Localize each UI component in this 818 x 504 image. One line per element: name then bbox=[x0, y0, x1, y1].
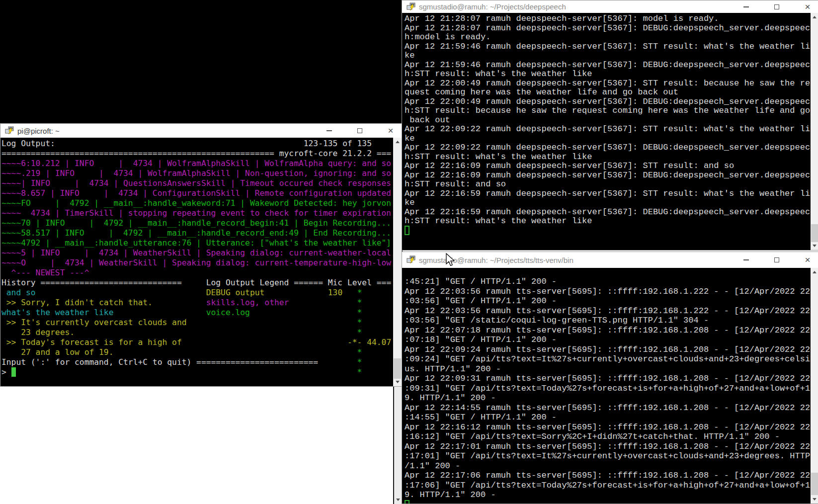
terminal-line: :17:01] "GET /api/tts?text=It%27s+curren… bbox=[405, 451, 811, 461]
terminal-line: 9. HTTP/1.1" 200 - bbox=[405, 393, 811, 403]
terminal-line: Apr 12 22:16:59 ramuh deepspeech-server[… bbox=[405, 189, 811, 199]
desktop: { "windows": { "picroft": { "title": "pi… bbox=[0, 0, 818, 504]
minimize-button[interactable] bbox=[742, 3, 750, 11]
terminal-line: /1.1" 200 - bbox=[405, 461, 811, 471]
terminal-line: :14:55] "GET / HTTP/1.1" 200 - bbox=[405, 413, 811, 422]
terminal-line: Apr 12 21:28:07 ramuh deepspeech-server[… bbox=[405, 14, 811, 24]
terminal-line: Apr 12 22:09:24 ramuh tts-server[5695]: … bbox=[405, 345, 811, 355]
titlebar-picroft[interactable]: pi@picroft: ~ × bbox=[0, 124, 402, 138]
terminal-line: Apr 12 22:09:22 ramuh deepspeech-server[… bbox=[405, 143, 811, 153]
putty-icon bbox=[5, 126, 14, 135]
terminal-content-deepspeech[interactable]: Apr 12 21:28:07 ramuh deepspeech-server[… bbox=[402, 13, 811, 250]
putty-window-tts: sgmustadio@ramuh: ~/Projects/tts/tts-ven… bbox=[402, 252, 818, 504]
terminal-line: :16:12] "GET /api/tts?text=Sorry%2C+I+di… bbox=[405, 432, 811, 442]
scroll-down-icon[interactable] bbox=[811, 242, 818, 250]
terminal-line: >> Today's forecast is for a high of -*-… bbox=[1, 337, 393, 347]
terminal-line: Apr 12 22:03:56 ramuh tts-server[5695]: … bbox=[405, 287, 811, 297]
terminal-line: ~~~~70 | INFO | 4792 | __main__:handle_r… bbox=[1, 218, 393, 228]
scroll-up-icon[interactable] bbox=[811, 13, 818, 21]
terminal-line: History ============================= Lo… bbox=[1, 278, 393, 288]
terminal-line: Apr 12 22:16:09 ramuh deepspeech-server[… bbox=[405, 171, 811, 180]
terminal-line: > * bbox=[1, 367, 393, 377]
terminal-line: ~~~~58.517 | INFO | 4792 | __main__:hand… bbox=[1, 228, 393, 238]
putty-window-picroft: pi@picroft: ~ × Log Output: 123-135 of 1… bbox=[0, 123, 402, 387]
terminal-line: ~~~~FO | 4792 | __main__:handle_wakeword… bbox=[1, 198, 393, 208]
window-title: pi@picroft: ~ bbox=[17, 127, 60, 135]
scroll-down-icon[interactable] bbox=[393, 378, 402, 386]
terminal-line: back out bbox=[405, 116, 811, 125]
terminal-content-tts[interactable]: :45:21] "GET / HTTP/1.1" 200 -Apr 12 22:… bbox=[402, 268, 811, 504]
background-window-scrollbar-sliver bbox=[393, 387, 402, 504]
maximize-button[interactable] bbox=[356, 127, 364, 135]
titlebar-deepspeech[interactable]: sgmustadio@ramuh: ~/Projects/deepspeech … bbox=[402, 0, 818, 13]
terminal-line: h:STT result: because he saw the request… bbox=[405, 106, 811, 116]
terminal-line: ke bbox=[405, 51, 811, 61]
terminal-line: 23 degrees. * bbox=[1, 328, 393, 337]
terminal-line: ~~~~8.657 | INFO | 4734 | ConfigurationS… bbox=[1, 188, 393, 198]
terminal-line: us. HTTP/1.1" 200 - bbox=[405, 364, 811, 374]
terminal-line: Apr 12 22:00:49 ramuh deepspeech-server[… bbox=[405, 79, 811, 88]
terminal-line: Apr 12 22:09:22 ramuh deepspeech-server[… bbox=[405, 125, 811, 134]
terminal-line bbox=[405, 226, 811, 236]
maximize-button[interactable] bbox=[773, 256, 781, 264]
scrollbar-picroft[interactable] bbox=[393, 138, 402, 386]
scrollbar-deepspeech[interactable] bbox=[811, 13, 818, 250]
scroll-up-icon[interactable] bbox=[811, 268, 818, 276]
terminal-line: ^--- NEWEST ---^ bbox=[1, 268, 393, 278]
terminal-line: :45:21] "GET / HTTP/1.1" 200 - bbox=[405, 277, 811, 287]
terminal-line: Apr 12 22:17:01 ramuh tts-server[5695]: … bbox=[405, 442, 811, 452]
terminal-line: ke bbox=[405, 198, 811, 208]
close-button[interactable]: × bbox=[387, 127, 395, 135]
terminal-line: what's the weather like voice.log * bbox=[1, 308, 393, 318]
terminal-line: ~~~~6:10.212 | INFO | 4734 | WolframAlph… bbox=[1, 159, 393, 168]
maximize-button[interactable] bbox=[773, 3, 781, 11]
scrollbar-thumb[interactable] bbox=[394, 358, 401, 379]
terminal-line: h:STT result: what's the weather like bbox=[405, 217, 811, 226]
terminal-line: Apr 12 22:07:18 ramuh tts-server[5695]: … bbox=[405, 326, 811, 336]
terminal-line: quest coming here was the weather life a… bbox=[405, 88, 811, 97]
terminal-line: h:STT result: what's the weather like bbox=[405, 70, 811, 79]
putty-icon bbox=[407, 255, 415, 264]
terminal-line: Input (':' for command, Ctrl+C to quit) … bbox=[1, 357, 393, 367]
terminal-line: >> Sorry, I didn't catch that. skills.lo… bbox=[1, 298, 393, 308]
terminal-line: :17:06] "GET /api/tts?text=Today%27s+for… bbox=[405, 481, 811, 491]
terminal-line: Apr 12 22:16:12 ramuh tts-server[5695]: … bbox=[405, 422, 811, 432]
terminal-line: ~~~~.219 | INFO | 4734 | WolframAlphaSki… bbox=[1, 168, 393, 178]
terminal-line: Apr 12 21:28:07 ramuh deepspeech-server[… bbox=[405, 24, 811, 33]
titlebar-tts[interactable]: sgmustadio@ramuh: ~/Projects/tts/tts-ven… bbox=[402, 252, 818, 268]
terminal-cursor-hollow bbox=[405, 500, 409, 504]
scroll-down-icon bbox=[394, 496, 402, 504]
mouse-cursor bbox=[446, 253, 457, 268]
terminal-content-picroft[interactable]: Log Output: 123-135 of 135==============… bbox=[0, 138, 393, 386]
terminal-line: :07:18] "GET / HTTP/1.1" 200 - bbox=[405, 335, 811, 345]
terminal-line: Apr 12 22:03:56 ramuh tts-server[5695]: … bbox=[405, 306, 811, 316]
minimize-button[interactable] bbox=[742, 256, 750, 264]
putty-icon bbox=[407, 2, 415, 11]
close-button[interactable]: × bbox=[804, 3, 812, 11]
terminal-line: h:model is ready. bbox=[405, 33, 811, 42]
scrollbar-tts[interactable] bbox=[811, 268, 818, 504]
terminal-line: :03:56] "GET / HTTP/1.1" 200 - bbox=[405, 296, 811, 306]
terminal-line: Apr 12 22:00:49 ramuh deepspeech-server[… bbox=[405, 97, 811, 107]
terminal-line: ~~~~4792 | __main__:handle_utterance:76 … bbox=[1, 238, 393, 248]
scrollbar-thumb[interactable] bbox=[811, 224, 818, 242]
scroll-down-icon[interactable] bbox=[811, 495, 818, 504]
terminal-line: ========================================… bbox=[1, 149, 393, 159]
scroll-up-icon[interactable] bbox=[393, 138, 402, 146]
terminal-line: 27 and a low of 19. * bbox=[1, 347, 393, 357]
terminal-line: 9. HTTP/1.1" 200 - bbox=[405, 490, 811, 500]
minimize-button[interactable] bbox=[325, 127, 333, 135]
close-button[interactable]: × bbox=[804, 256, 812, 264]
scrollbar-thumb[interactable] bbox=[811, 473, 818, 495]
putty-window-deepspeech: sgmustadio@ramuh: ~/Projects/deepspeech … bbox=[402, 0, 818, 251]
terminal-line: Apr 12 21:59:46 ramuh deepspeech-server[… bbox=[405, 61, 811, 70]
terminal-line: h:STT result: what's the weather like bbox=[405, 153, 811, 162]
window-title: sgmustadio@ramuh: ~/Projects/deepspeech bbox=[419, 2, 566, 11]
terminal-line: Apr 12 22:17:06 ramuh tts-server[5695]: … bbox=[405, 471, 811, 481]
terminal-line: ~~~~5 | INFO | 4734 | WeatherSkill | Spe… bbox=[1, 248, 393, 258]
terminal-line: ~~~~ 4734 | TimerSkill | stopping repeat… bbox=[1, 208, 393, 218]
terminal-line bbox=[405, 500, 811, 504]
terminal-cursor-hollow bbox=[405, 226, 409, 235]
terminal-line: and so DEBUG output 130 * bbox=[1, 288, 393, 298]
terminal-line: :09:31] "GET /api/tts?text=Today%27s+for… bbox=[405, 384, 811, 394]
